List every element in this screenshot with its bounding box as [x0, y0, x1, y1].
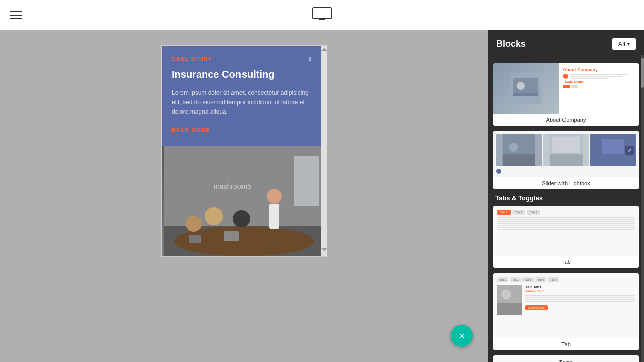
- tab1-label: Tab: [493, 256, 639, 268]
- tab2-title: Title Tab1: [525, 285, 635, 289]
- tab2-nav-item1: Tab 1: [497, 277, 508, 282]
- about-thumb-photo-icon: [511, 73, 541, 104]
- all-filter-button[interactable]: All ▾: [612, 38, 636, 50]
- canvas-area: CASE STUDY 3 Insurance Consulting Lorem …: [0, 30, 488, 362]
- tab2-text: Title Tab1 Subtitle Tab1 LEARN MORE: [525, 285, 635, 315]
- svg-rect-7: [269, 204, 279, 229]
- slider-dot: [496, 169, 501, 174]
- block-item-tab1[interactable]: Tab 1 Tab 2 Tab 3 Tab: [493, 206, 639, 268]
- svg-point-9: [186, 216, 202, 232]
- svg-rect-26: [602, 139, 624, 154]
- about-small-btns: [563, 85, 635, 88]
- block-item-about-company[interactable]: About Company LEARN MORE: [493, 63, 639, 126]
- slider-img-1: [496, 134, 542, 166]
- sidebar-scroll-thumb[interactable]: [641, 58, 644, 88]
- slider-images-row: ⤢: [496, 134, 636, 166]
- close-button[interactable]: ×: [451, 325, 473, 347]
- preview-card: CASE STUDY 3 Insurance Consulting Lorem …: [161, 45, 327, 257]
- tab2-nav-item2: Tab 2: [510, 277, 521, 282]
- svg-rect-11: [224, 231, 239, 241]
- svg-rect-23: [552, 136, 580, 153]
- card-body: Lorem ipsum dolor sit amet, consectetur …: [172, 88, 311, 117]
- tab2-nav-item4: Tab 4: [535, 277, 546, 282]
- scroll-down-arrow[interactable]: [321, 248, 327, 251]
- case-study-label: CASE STUDY: [172, 56, 212, 62]
- sidebar-title: Blocks: [496, 39, 526, 49]
- about-learn-more: LEARN MORE: [563, 81, 635, 84]
- chevron-down-icon: ▾: [627, 41, 630, 47]
- svg-point-17: [517, 82, 525, 90]
- card-content: CASE STUDY 3 Insurance Consulting Lorem …: [162, 46, 321, 146]
- block-item-tab2[interactable]: Tab 1 Tab 2 Tab 3 Tab 4 Tab 5: [493, 273, 639, 350]
- tab2-nav-item5: Tab 5: [548, 277, 559, 282]
- tab2-cta-btn: LEARN MORE: [525, 305, 548, 310]
- svg-rect-12: [189, 235, 201, 243]
- svg-rect-29: [497, 303, 522, 315]
- svg-point-6: [267, 189, 282, 204]
- slider-img-3: ⤢: [590, 134, 636, 166]
- main-area: CASE STUDY 3 Insurance Consulting Lorem …: [0, 30, 644, 362]
- svg-rect-0: [313, 8, 331, 19]
- block-thumbnail-about: About Company LEARN MORE: [493, 63, 639, 114]
- topbar-center: [312, 7, 332, 24]
- block-thumbnail-toggle: Toggle ▶ ▶ ▶: [493, 355, 639, 362]
- toggle-title: Toggle: [497, 359, 635, 362]
- topbar: [0, 0, 644, 30]
- expand-icon: ⤢: [625, 146, 634, 155]
- monitor-icon: [312, 7, 332, 22]
- sidebar-header: Blocks All ▾: [488, 30, 644, 58]
- card-image-bg: mashroom5: [162, 146, 327, 256]
- about-thumb-image: [493, 63, 559, 114]
- tab1-content: [497, 217, 635, 230]
- scroll-up-arrow[interactable]: [321, 48, 327, 51]
- about-company-label: About Company: [493, 114, 639, 126]
- tab1-nav-item1: Tab 1: [497, 210, 511, 215]
- about-thumb-content: About Company LEARN MORE: [559, 63, 639, 114]
- about-thumb-inner: About Company LEARN MORE: [493, 63, 639, 114]
- case-study-number: 3: [308, 56, 311, 62]
- sidebar-blocks-list[interactable]: About Company LEARN MORE: [488, 58, 644, 362]
- slider-img-2: [543, 134, 589, 166]
- svg-rect-24: [550, 154, 583, 166]
- sidebar-scrollbar[interactable]: [641, 55, 644, 362]
- tab2-content: Title Tab1 Subtitle Tab1 LEARN MORE: [497, 285, 635, 315]
- block-thumbnail-tab1: Tab 1 Tab 2 Tab 3: [493, 206, 639, 256]
- svg-point-10: [233, 210, 250, 227]
- svg-point-8: [205, 207, 223, 225]
- about-thumb-title: About Company: [563, 67, 635, 72]
- card-title: Insurance Consulting: [172, 68, 311, 81]
- block-item-toggle[interactable]: Toggle ▶ ▶ ▶: [493, 355, 639, 362]
- case-study-header: CASE STUDY 3: [172, 56, 311, 62]
- case-study-divider: [217, 59, 303, 59]
- slider-lightbox-label: Slider with Lightbox: [493, 177, 639, 189]
- read-more-link[interactable]: READ MORE: [172, 127, 210, 133]
- hamburger-menu[interactable]: [10, 11, 22, 19]
- svg-point-20: [509, 143, 518, 151]
- block-thumbnail-tab2: Tab 1 Tab 2 Tab 3 Tab 4 Tab 5: [493, 273, 639, 338]
- blocks-sidebar: Blocks All ▾: [488, 30, 644, 362]
- svg-text:mashroom5: mashroom5: [214, 182, 251, 190]
- svg-rect-18: [513, 93, 538, 96]
- svg-rect-21: [503, 154, 535, 166]
- svg-rect-14: [294, 156, 319, 206]
- svg-point-28: [501, 289, 511, 299]
- tab2-label: Tab: [493, 338, 639, 350]
- card-image: mashroom5: [162, 146, 327, 256]
- tab1-nav: Tab 1 Tab 2 Tab 3: [497, 210, 635, 215]
- tab2-img: [497, 285, 522, 315]
- tab2-subtitle: Subtitle Tab1: [525, 290, 635, 293]
- block-item-slider[interactable]: ⤢ Slider with Lightbox: [493, 131, 639, 189]
- tab1-nav-item2: Tab 2: [512, 210, 526, 215]
- tab2-nav-item3: Tab 3: [522, 277, 533, 282]
- meeting-svg: mashroom5: [164, 146, 325, 256]
- preview-scrollbar[interactable]: [321, 46, 327, 256]
- tab1-nav-item3: Tab 3: [527, 210, 540, 215]
- tab2-nav: Tab 1 Tab 2 Tab 3 Tab 4 Tab 5: [497, 277, 635, 282]
- tabs-toggles-section-title: Tabs & Toggles: [495, 194, 637, 202]
- block-thumbnail-slider: ⤢: [493, 131, 639, 177]
